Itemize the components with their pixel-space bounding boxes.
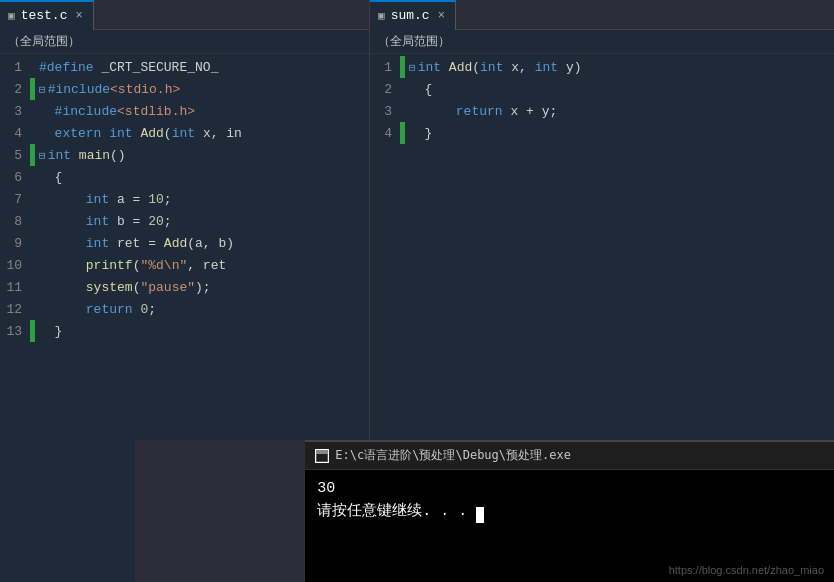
line-code: ⊟#include<stdio.h> [35,82,180,97]
code-content-left: 1 #define _CRT_SECURE_NO_ 2 ⊟#include<st… [0,54,369,440]
line-num: 1 [370,60,400,75]
left-spacer [0,440,135,582]
line-num: 3 [0,104,30,119]
terminal-window-icon [315,449,329,463]
code-line: 9 int ret = Add(a, b) [0,232,369,254]
ide-area: ▣ test.c × （全局范围） 1 #define _CRT_SECURE_… [0,0,834,440]
line-code: int ret = Add(a, b) [35,236,234,251]
line-code: ⊟int Add(int x, int y) [405,60,582,75]
terminal-output-text1: 30 [317,480,335,497]
terminal-output-line1: 30 [317,478,822,501]
line-num: 12 [0,302,30,317]
code-content-right: 1 ⊟int Add(int x, int y) 2 { 3 return x … [370,54,834,440]
terminal-area: E:\c语言进阶\预处理\Debug\预处理.exe 30 请按任意键继续. .… [305,440,834,582]
panel-right: ▣ sum.c × （全局范围） 1 ⊟int Add(int x, int y… [370,0,834,440]
code-line: 1 ⊟int Add(int x, int y) [370,56,834,78]
code-line: 5 ⊟int main() [0,144,369,166]
fold-btn[interactable]: ⊟ [39,150,46,162]
tab-close-right[interactable]: × [436,9,447,23]
tab-sum-c[interactable]: ▣ sum.c × [370,0,456,30]
tab-close-left[interactable]: × [73,9,84,23]
line-num: 11 [0,280,30,295]
tab-pin-left: ▣ [8,9,15,22]
terminal-body: 30 请按任意键继续. . . https://blog.csdn.net/zh… [305,470,834,582]
line-num: 4 [370,126,400,141]
tab-label-left: test.c [21,8,68,23]
line-num: 3 [370,104,400,119]
tab-test-c[interactable]: ▣ test.c × [0,0,94,30]
code-line: 11 system("pause"); [0,276,369,298]
line-num: 10 [0,258,30,273]
fold-btn[interactable]: ⊟ [409,62,416,74]
code-line: 12 return 0; [0,298,369,320]
line-num: 2 [370,82,400,97]
tab-bar-left: ▣ test.c × [0,0,369,30]
code-line: 3 #include<stdlib.h> [0,100,369,122]
line-code: } [405,126,432,141]
watermark: https://blog.csdn.net/zhao_miao [669,564,824,576]
line-code: { [405,82,432,97]
code-line: 1 #define _CRT_SECURE_NO_ [0,56,369,78]
line-num: 6 [0,170,30,185]
line-code: #define _CRT_SECURE_NO_ [35,60,218,75]
scope-label-left: （全局范围） [8,33,80,50]
code-line: 2 { [370,78,834,100]
line-num: 13 [0,324,30,339]
line-code: } [35,324,62,339]
tab-label-right: sum.c [391,8,430,23]
tab-bar-right: ▣ sum.c × [370,0,834,30]
line-code: int b = 20; [35,214,172,229]
code-line: 8 int b = 20; [0,210,369,232]
panel-left: ▣ test.c × （全局范围） 1 #define _CRT_SECURE_… [0,0,370,440]
line-code: return 0; [35,302,156,317]
tab-pin-right: ▣ [378,9,385,22]
code-line: 6 { [0,166,369,188]
line-code: int a = 10; [35,192,172,207]
line-num: 2 [0,82,30,97]
line-code: #include<stdlib.h> [35,104,195,119]
line-code: { [35,170,62,185]
code-line: 2 ⊟#include<stdio.h> [0,78,369,100]
code-line: 4 extern int Add(int x, in [0,122,369,144]
line-code: ⊟int main() [35,148,126,163]
scope-bar-right: （全局范围） [370,30,834,54]
code-line: 13 } [0,320,369,342]
scope-bar-left: （全局范围） [0,30,369,54]
line-num: 5 [0,148,30,163]
fold-btn[interactable]: ⊟ [39,84,46,96]
line-num: 7 [0,192,30,207]
scope-label-right: （全局范围） [378,33,450,50]
line-num: 8 [0,214,30,229]
line-num: 4 [0,126,30,141]
terminal-output-text2: 请按任意键继续. . . [317,503,467,520]
terminal-title-text: E:\c语言进阶\预处理\Debug\预处理.exe [335,447,571,464]
line-code: extern int Add(int x, in [35,126,242,141]
line-code: printf("%d\n", ret [35,258,226,273]
code-line: 4 } [370,122,834,144]
line-code: return x + y; [405,104,557,119]
line-code: system("pause"); [35,280,211,295]
svg-rect-1 [316,450,328,454]
terminal-title-bar: E:\c语言进阶\预处理\Debug\预处理.exe [305,442,834,470]
terminal-cursor [476,507,484,523]
code-area-right: 1 ⊟int Add(int x, int y) 2 { 3 return x … [370,54,834,440]
code-line: 3 return x + y; [370,100,834,122]
code-line: 10 printf("%d\n", ret [0,254,369,276]
line-num: 9 [0,236,30,251]
line-num: 1 [0,60,30,75]
code-area-left: 1 #define _CRT_SECURE_NO_ 2 ⊟#include<st… [0,54,369,440]
terminal-output-line2: 请按任意键继续. . . [317,501,822,524]
code-line: 7 int a = 10; [0,188,369,210]
